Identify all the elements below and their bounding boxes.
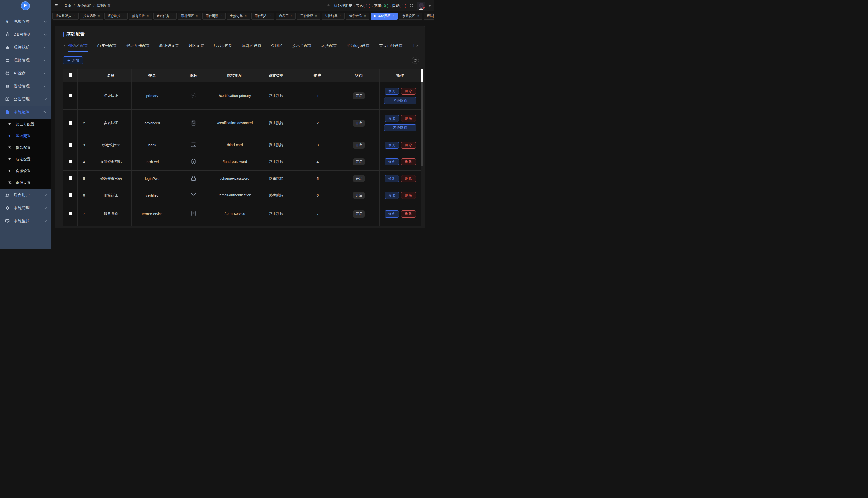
sidebar-item-loan-config[interactable]: 贷款配置 [0, 142, 51, 154]
edit-button[interactable]: 修改 [384, 175, 399, 182]
tab-platform-logo-config[interactable]: 平台logo设置 [346, 43, 370, 52]
close-icon[interactable]: × [269, 14, 271, 17]
close-icon[interactable]: × [221, 14, 222, 17]
tabbar-tab[interactable]: 币种列表× [251, 13, 274, 19]
tabs-scroll-right-icon[interactable] [414, 44, 419, 51]
bell-icon[interactable] [326, 3, 331, 8]
tab-footer-config[interactable]: 底部栏设置 [242, 43, 262, 52]
row-checkbox[interactable] [68, 193, 73, 197]
delete-button[interactable]: 删除 [401, 192, 416, 199]
add-button[interactable]: 新增 [63, 56, 83, 64]
sidebar-item-system-manage[interactable]: 系统管理 [0, 201, 51, 214]
tab-download-url-config[interactable]: 下载地址配置 [412, 43, 414, 52]
edit-button[interactable]: 修改 [384, 88, 399, 95]
tabbar-tab[interactable]: 参数设置× [399, 13, 422, 19]
edit-button[interactable]: 修改 [384, 142, 399, 149]
tab-timezone-config[interactable]: 时区设置 [188, 43, 204, 52]
edit-button[interactable]: 修改 [384, 210, 399, 218]
tab-whitepaper-config[interactable]: 白皮书配置 [97, 43, 117, 52]
delete-button[interactable]: 删除 [401, 210, 416, 218]
avatar[interactable] [417, 1, 425, 10]
close-icon[interactable]: × [393, 14, 394, 17]
table-scrollbar-thumb[interactable] [421, 82, 423, 166]
sidebar-item-finance[interactable]: 理财管理 [0, 54, 51, 67]
edit-button[interactable]: 修改 [384, 192, 399, 199]
breadcrumb-system-config[interactable]: 系统配置 [77, 3, 91, 8]
sidebar-item-system-config[interactable]: 系统配置 [0, 106, 51, 119]
tabbar-tab[interactable]: 缓存监控× [104, 13, 128, 19]
tabbar-tab[interactable]: 置× [51, 13, 51, 19]
tabbar-tab[interactable]: 币种配置× [178, 13, 201, 19]
tabbar-tab[interactable]: 服务监控× [129, 13, 152, 19]
sidebar-item-rebate-config[interactable]: 返佣设置 [0, 177, 51, 188]
close-icon[interactable]: × [98, 14, 100, 17]
breadcrumb-basic-config[interactable]: 基础配置 [97, 3, 111, 8]
sidebar-item-staking[interactable]: 质押挖矿 [0, 41, 51, 54]
sidebar-item-basic-config[interactable]: 基础配置 [0, 130, 51, 142]
sidebar-item-play-config[interactable]: 玩法配置 [0, 154, 51, 165]
tabbar-tab[interactable]: 定时任务× [153, 13, 176, 19]
refresh-button[interactable] [412, 57, 419, 64]
close-icon[interactable]: × [196, 14, 198, 17]
sidebar-item-notice[interactable]: 公告管理 [0, 93, 51, 106]
close-icon[interactable]: × [364, 14, 366, 17]
tab-sound-config[interactable]: 提示音配置 [292, 43, 312, 52]
sidebar-item-system-monitor[interactable]: 系统监控 [0, 214, 51, 227]
row-checkbox[interactable] [68, 143, 73, 147]
delete-button[interactable]: 删除 [401, 115, 416, 122]
menu-fold-icon[interactable] [53, 3, 60, 8]
edit-button[interactable]: 修改 [384, 158, 399, 166]
row-checkbox[interactable] [68, 94, 73, 97]
sidebar-item-third-party-config[interactable]: 第三方配置 [0, 119, 51, 130]
tabbar-tab[interactable]: 币种周期× [202, 13, 225, 19]
tab-home-coin-config[interactable]: 首页币种设置 [379, 43, 403, 52]
tabs-scroll-left-icon[interactable] [63, 44, 68, 51]
tabbar-tab[interactable]: 借贷产品× [346, 13, 369, 19]
fullscreen-icon[interactable] [409, 3, 414, 8]
close-icon[interactable]: × [122, 14, 124, 17]
tab-king-kong-zone[interactable]: 金刚区 [271, 43, 283, 52]
tabbar-tab[interactable]: 控盘机器人× [52, 13, 79, 19]
tabbar-tab[interactable]: 控盘记录× [80, 13, 103, 19]
tab-sidebar-config[interactable]: 侧边栏配置 [68, 43, 88, 52]
primary-limit-button[interactable]: 初级限额 [384, 97, 417, 104]
edit-button[interactable]: 修改 [384, 115, 399, 122]
delete-button[interactable]: 删除 [401, 175, 416, 182]
close-icon[interactable]: × [172, 14, 173, 17]
close-icon[interactable]: × [315, 14, 317, 17]
close-icon[interactable]: × [417, 14, 419, 17]
tabbar-tab-active[interactable]: 基础配置× [370, 13, 398, 19]
select-all-checkbox[interactable] [68, 73, 73, 77]
tab-admin-ip-control[interactable]: 后台ip控制 [214, 43, 233, 52]
sidebar-item-admin-users[interactable]: 后台用户 [0, 188, 51, 201]
sidebar-item-exchange[interactable]: ¥ 兑换管理 [0, 15, 51, 28]
tab-captcha-config[interactable]: 验证码设置 [159, 43, 179, 52]
sidebar-item-support-config[interactable]: 客服设置 [0, 165, 51, 177]
close-icon[interactable]: × [291, 14, 292, 17]
tabbar-tab[interactable]: 兑换订单× [321, 13, 345, 19]
sidebar-item-ai[interactable]: AI控盘 [0, 67, 51, 80]
close-icon[interactable]: × [340, 14, 341, 17]
close-icon[interactable]: × [147, 14, 149, 17]
chevron-down-icon[interactable] [429, 5, 431, 6]
logo[interactable]: E [0, 0, 51, 11]
tabbar-tab[interactable]: 申购订单× [227, 13, 250, 19]
row-checkbox[interactable] [68, 121, 73, 124]
sidebar-item-lending[interactable]: 借贷管理 [0, 80, 51, 93]
close-icon[interactable]: × [245, 14, 247, 17]
tabbar-tab[interactable]: 自发币× [276, 13, 296, 19]
row-checkbox[interactable] [68, 160, 73, 163]
row-checkbox[interactable] [68, 212, 73, 215]
close-icon[interactable]: × [74, 14, 75, 17]
breadcrumb-home[interactable]: 首页 [64, 3, 71, 8]
row-checkbox[interactable] [68, 176, 73, 180]
delete-button[interactable]: 删除 [401, 142, 416, 149]
sidebar-item-defi[interactable]: DEFI挖矿 [0, 28, 51, 41]
tabbar-tab[interactable]: 币种管理× [297, 13, 320, 19]
advanced-limit-button[interactable]: 高级限额 [384, 124, 417, 131]
delete-button[interactable]: 删除 [401, 158, 416, 166]
tab-login-register-config[interactable]: 登录注册配置 [127, 43, 150, 52]
delete-button[interactable]: 删除 [401, 88, 416, 95]
tabbar-tab[interactable]: 玩法配置× [424, 13, 434, 19]
tab-play-config[interactable]: 玩法配置 [321, 43, 337, 52]
